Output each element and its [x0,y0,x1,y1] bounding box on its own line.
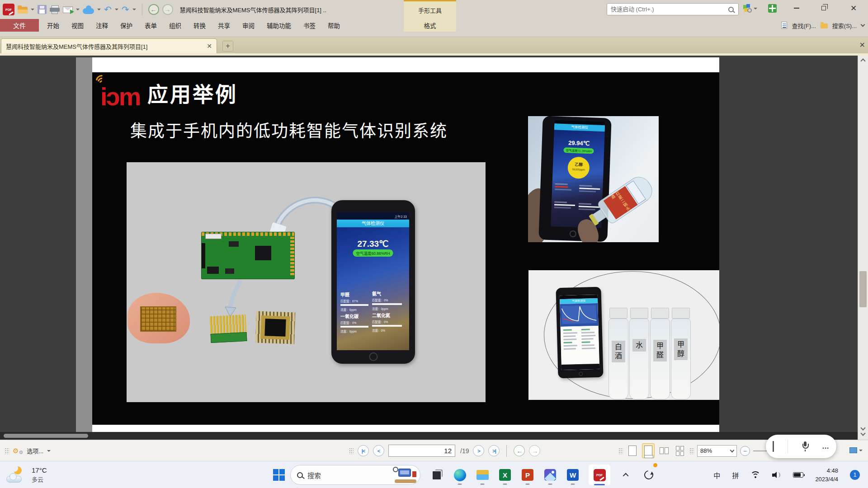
search-highlight-graphic[interactable] [392,466,417,484]
horizontal-scrollbar[interactable] [0,432,858,440]
open-file-icon[interactable] [18,7,28,14]
menu-item-convert[interactable]: 转换 [193,21,206,30]
sync-tray-button[interactable] [642,465,656,485]
tab-close-icon[interactable]: ✕ [207,42,212,50]
ime-mode-button[interactable]: 中 [713,470,720,480]
email-icon[interactable] [63,6,73,13]
start-button[interactable] [273,469,285,481]
next-page-icon[interactable] [860,431,865,436]
menu-item-bookmark[interactable]: 书签 [303,21,316,30]
drag-handle[interactable] [689,448,694,454]
menu-item-comment[interactable]: 注释 [96,21,108,30]
undo-caret-icon[interactable] [115,9,118,12]
next-page-button[interactable]: > [473,445,484,456]
swatch-caret-icon[interactable] [859,450,863,453]
minimize-button[interactable] [787,0,807,16]
show-hidden-icons-button[interactable] [619,465,633,485]
options-caret-icon[interactable] [47,450,51,454]
menu-item-home[interactable]: 开始 [47,21,59,30]
assistant-button[interactable] [743,4,757,13]
search-icon[interactable] [728,7,734,12]
cloud-caret-icon[interactable] [97,9,101,12]
continuous-page-button[interactable] [642,443,655,458]
task-view-button[interactable] [430,465,444,485]
microphone-icon[interactable] [802,441,808,451]
email-caret-icon[interactable] [76,9,80,12]
vertical-scrollbar[interactable] [858,56,868,440]
taskbar-word[interactable]: W [566,465,580,485]
close-button[interactable]: ✕ [844,0,863,16]
document-tab[interactable]: 慧闻科技智能纳米及MEMS气体传感器及其阵列项目[1] ✕ [1,38,217,53]
page-color-button[interactable] [849,447,863,453]
document-viewer[interactable]: iɔm 应用举例 集成于手机内的低功耗智能气体识别系统 [0,56,858,440]
voice-input-pill[interactable]: … [766,435,836,458]
notification-badge[interactable]: 1 [850,470,860,480]
menu-item-accessibility[interactable]: 辅助功能 [267,21,291,30]
restore-button[interactable] [814,0,834,16]
print-icon[interactable] [50,5,60,14]
menu-item-form[interactable]: 表单 [145,21,157,30]
vertical-scrollbar-thumb[interactable] [859,271,867,307]
next-view-button[interactable]: → [529,445,540,456]
undo-icon[interactable]: ↶ [104,5,112,14]
ime-layout-button[interactable]: 拼 [732,470,739,480]
single-page-button[interactable] [626,443,639,458]
menu-item-view[interactable]: 视图 [71,21,84,30]
first-page-button[interactable]: |< [358,445,369,456]
zoom-out-button[interactable]: − [740,446,750,456]
search-folder-icon[interactable] [821,23,828,28]
menu-item-protect[interactable]: 保护 [120,21,132,30]
zoom-level-select[interactable]: 88% [697,445,737,457]
zoom-caret-icon[interactable] [730,448,735,452]
facing-pages-button[interactable] [658,443,670,458]
quick-launch-input[interactable] [607,6,728,13]
find-icon[interactable] [781,22,787,29]
more-options-icon[interactable]: … [822,442,830,450]
page-number-input[interactable]: 12 [388,445,455,457]
taskbar-edge[interactable] [453,465,467,485]
clock-widget[interactable]: 4:48 2023/4/4 [815,466,838,484]
taskbar-excel[interactable]: X [498,465,512,485]
drag-handle[interactable] [349,448,354,454]
previous-page-button[interactable]: < [373,445,384,456]
assistant-caret-icon[interactable] [754,8,757,11]
menu-item-help[interactable]: 帮助 [328,21,340,30]
redo-caret-icon[interactable] [132,9,136,12]
previous-view-button[interactable]: ← [514,445,525,456]
horizontal-scrollbar-thumb[interactable] [4,434,88,438]
open-caret-icon[interactable] [31,9,34,12]
hand-tool-label[interactable]: 手形工具 [404,6,456,14]
menu-item-review[interactable]: 审阅 [242,21,255,30]
drag-handle[interactable] [618,448,623,454]
taskbar-powerpoint[interactable]: P [521,465,534,485]
quick-launch-search[interactable] [607,3,739,15]
menu-item-organize[interactable]: 组织 [169,21,181,30]
layout-toggle-button[interactable] [768,4,777,13]
find-button[interactable]: 查找(F)... [792,21,816,30]
taskbar-photos[interactable] [543,465,557,485]
document-tab-title[interactable]: 慧闻科技智能纳米及MEMS气体传感器及其阵列项目[1] [6,42,203,51]
weather-widget[interactable]: 17°C 多云 [6,461,47,488]
speaker-icon[interactable] [772,471,781,479]
menu-item-share[interactable]: 共享 [218,21,230,30]
redo-icon[interactable]: ↷ [122,5,129,14]
history-forward-icon[interactable]: → [162,4,173,15]
tabbar-close-icon[interactable]: ✕ [859,41,865,49]
drag-handle[interactable] [5,448,9,454]
scroll-up-icon[interactable] [860,58,865,63]
scroll-down-icon[interactable] [860,425,865,430]
cloud-icon[interactable] [83,8,94,14]
battery-icon[interactable] [793,472,803,478]
taskbar-pdf-active[interactable]: PDF [589,465,610,485]
save-icon[interactable] [38,5,47,14]
wifi-icon[interactable] [750,471,760,479]
options-button[interactable]: 选项... [27,446,43,455]
last-page-button[interactable]: >| [488,445,500,456]
menu-item-file[interactable]: 文件 [0,19,39,32]
text-cursor-icon[interactable] [773,441,774,452]
taskbar-explorer[interactable] [476,465,489,485]
history-back-icon[interactable]: ← [148,4,159,15]
search-button[interactable]: 搜索(S)... [832,21,857,30]
new-tab-button[interactable]: + [222,41,233,52]
toolbar-collapse-icon[interactable] [861,23,865,27]
